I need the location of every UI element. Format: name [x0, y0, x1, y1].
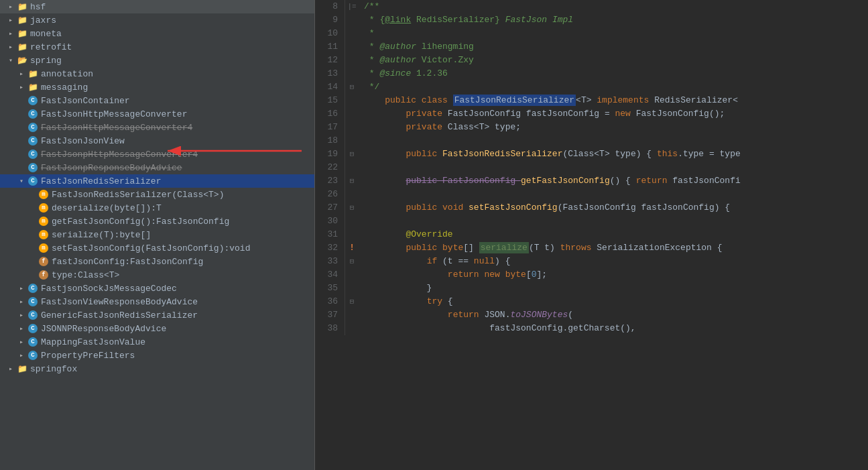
tree-item-GenericFastJsonRedisSerializer[interactable]: C GenericFastJsonRedisSerializer [0, 308, 314, 322]
gutter-14: ⊟ [345, 80, 359, 94]
tree-item-setFastJsonConfig[interactable]: m setFastJsonConfig(FastJsonConfig):void [0, 241, 314, 255]
gutter-17 [345, 121, 359, 134]
tree-item-annotation[interactable]: 📁 annotation [0, 67, 314, 80]
line-content-32: public byte[] serialize(T t) throws Seri… [359, 241, 868, 255]
tree-arrow-springfox[interactable] [5, 365, 16, 373]
method-icon-ctor: m [38, 189, 50, 200]
tree-label-FastjsonSockJsMessageCodec: FastjsonSockJsMessageCodec [41, 284, 177, 294]
line-number-17: 17 [315, 121, 345, 134]
line-number-10: 10 [315, 27, 345, 40]
line-content-30 [359, 215, 868, 228]
tree-label-serialize: serialize(T):byte[] [52, 230, 151, 240]
tree-item-FastJsonpHttpMessageConverter4[interactable]: C FastJsonpHttpMessageConverter4 [0, 148, 314, 161]
code-line-38: 38 fastJsonConfig.getCharset(), [315, 322, 868, 335]
line-content-34: return new byte[0]; [359, 268, 868, 282]
tree-arrow-jaxrs[interactable] [5, 16, 16, 24]
code-line-10: 10 * [315, 27, 868, 40]
gutter-11 [345, 40, 359, 54]
tree-arrow-spring[interactable] [5, 56, 16, 64]
tree-arrow-moneta[interactable] [5, 30, 16, 38]
tree-label-FastJsonRedisSerializer: FastJsonRedisSerializer [41, 176, 161, 186]
tree-arrow-FastJsonRedisSerializer[interactable] [16, 177, 27, 185]
tree-label-FastJsonpResponseBodyAdvice: FastJsonpResponseBodyAdvice [41, 163, 182, 173]
tree-item-deserialize[interactable]: m deserialize(byte[]):T [0, 201, 314, 215]
line-number-38: 38 [315, 322, 345, 335]
tree-arrow-GenericFastJsonRedisSerializer[interactable] [16, 311, 27, 319]
tree-item-fastJsonConfig-field[interactable]: f fastJsonConfig:FastJsonConfig [0, 255, 314, 268]
tree-label-PropertyPreFilters: PropertyPreFilters [41, 351, 135, 361]
tree-item-FastJsonViewResponseBodyAdvice[interactable]: C FastJsonViewResponseBodyAdvice [0, 295, 314, 308]
tree-item-getFastJsonConfig[interactable]: m getFastJsonConfig():FastJsonConfig [0, 215, 314, 228]
tree-arrow-MappingFastJsonValue[interactable] [16, 338, 27, 346]
tree-label-FastJsonHttpMessageConverter4: FastJsonHttpMessageConverter4 [41, 123, 192, 133]
tree-item-hsf[interactable]: 📁 hsf [0, 0, 314, 13]
code-line-17: 17 private Class<T> type; [315, 121, 868, 134]
line-number-30: 30 [315, 215, 345, 228]
tree-item-ctor[interactable]: m FastJsonRedisSerializer(Class<T>) [0, 188, 314, 201]
tree-arrow-hsf[interactable] [5, 3, 16, 11]
tree-label-hsf: hsf [30, 2, 46, 12]
gutter-16 [345, 107, 359, 121]
tree-arrow-FastjsonSockJsMessageCodec[interactable] [16, 284, 27, 292]
line-content-26 [359, 188, 868, 201]
tree-item-messaging[interactable]: 📁 messaging [0, 80, 314, 94]
line-content-27: public void setFastJsonConfig(FastJsonCo… [359, 201, 868, 215]
tree-item-jaxrs[interactable]: 📁 jaxrs [0, 13, 314, 27]
class-icon-FastJsonContainer: C [27, 95, 39, 106]
line-number-9: 9 [315, 13, 345, 27]
class-icon-FastJsonJsonView: C [27, 135, 39, 146]
class-icon-FastjsonSockJsMessageCodec: C [27, 283, 39, 294]
tree-label-FastJsonJsonView: FastJsonJsonView [41, 136, 125, 146]
gutter-19: ⊟ [345, 148, 359, 161]
gutter-22 [345, 161, 359, 174]
tree-arrow-JSONNPResponseBodyAdvice[interactable] [16, 325, 27, 333]
tree-label-jaxrs: jaxrs [30, 15, 56, 25]
folder-icon-hsf: 📁 [16, 1, 28, 12]
tree-item-spring[interactable]: 📂 spring [0, 54, 314, 67]
tree-item-FastJsonJsonView[interactable]: C FastJsonJsonView [0, 134, 314, 148]
code-line-32: 32 ! public byte[] serialize(T t) throws… [315, 241, 868, 255]
tree-label-retrofit: retrofit [30, 42, 72, 52]
tree-item-FastJsonHttpMessageConverter4[interactable]: C FastJsonHttpMessageConverter4 [0, 121, 314, 134]
tree-arrow-annotation[interactable] [16, 70, 27, 78]
line-number-12: 12 [315, 54, 345, 67]
tree-item-FastJsonHttpMessageConverter[interactable]: C FastJsonHttpMessageConverter [0, 107, 314, 121]
tree-arrow-PropertyPreFilters[interactable] [16, 351, 27, 359]
line-number-31: 31 [315, 228, 345, 241]
tree-arrow-messaging[interactable] [16, 83, 27, 91]
tree-arrow-retrofit[interactable] [5, 43, 16, 51]
tree-item-FastjsonSockJsMessageCodec[interactable]: C FastjsonSockJsMessageCodec [0, 282, 314, 295]
code-editor[interactable]: 8 |= /** 9 * {@link RedisSerializer} Fas… [315, 0, 868, 470]
class-icon-FastJsonViewResponseBodyAdvice: C [27, 296, 39, 307]
tree-item-FastJsonContainer[interactable]: C FastJsonContainer [0, 94, 314, 107]
code-line-11: 11 * @author lihengming [315, 40, 868, 54]
method-icon-setFastJsonConfig: m [38, 243, 50, 253]
line-content-14: */ [359, 80, 868, 94]
tree-label-GenericFastJsonRedisSerializer: GenericFastJsonRedisSerializer [41, 310, 198, 320]
tree-label-getFastJsonConfig: getFastJsonConfig():FastJsonConfig [52, 217, 229, 227]
tree-item-moneta[interactable]: 📁 moneta [0, 27, 314, 40]
gutter-30 [345, 215, 359, 228]
tree-item-serialize-method[interactable]: m serialize(T):byte[] [0, 228, 314, 241]
line-number-8: 8 [315, 0, 345, 13]
tree-item-FastJsonpResponseBodyAdvice[interactable]: C FastJsonpResponseBodyAdvice [0, 161, 314, 174]
class-icon-FastJsonpHttpMessageConverter4: C [27, 149, 39, 160]
tree-label-MappingFastJsonValue: MappingFastJsonValue [41, 337, 145, 347]
class-icon-PropertyPreFilters: C [27, 350, 39, 361]
line-content-33: if (t == null) { [359, 255, 868, 268]
tree-item-MappingFastJsonValue[interactable]: C MappingFastJsonValue [0, 335, 314, 349]
line-content-19: public FastJsonRedisSerializer(Class<T> … [359, 148, 868, 161]
tree-item-springfox[interactable]: 📁 springfox [0, 362, 314, 375]
tree-item-type-field[interactable]: f type:Class<T> [0, 268, 314, 282]
field-icon-fastJsonConfig: f [38, 256, 50, 267]
line-number-15: 15 [315, 94, 345, 107]
line-number-16: 16 [315, 107, 345, 121]
tree-item-PropertyPreFilters[interactable]: C PropertyPreFilters [0, 349, 314, 362]
gutter-9 [345, 13, 359, 27]
tree-item-JSONNPResponseBodyAdvice[interactable]: C JSONNPResponseBodyAdvice [0, 322, 314, 335]
method-icon-serialize: m [38, 229, 50, 240]
tree-arrow-FastJsonViewResponseBodyAdvice[interactable] [16, 298, 27, 306]
tree-item-FastJsonRedisSerializer[interactable]: C FastJsonRedisSerializer [0, 174, 314, 188]
tree-item-retrofit[interactable]: 📁 retrofit [0, 40, 314, 54]
file-tree[interactable]: 📁 hsf 📁 jaxrs 📁 moneta 📁 retrofit 📂 spri… [0, 0, 315, 470]
